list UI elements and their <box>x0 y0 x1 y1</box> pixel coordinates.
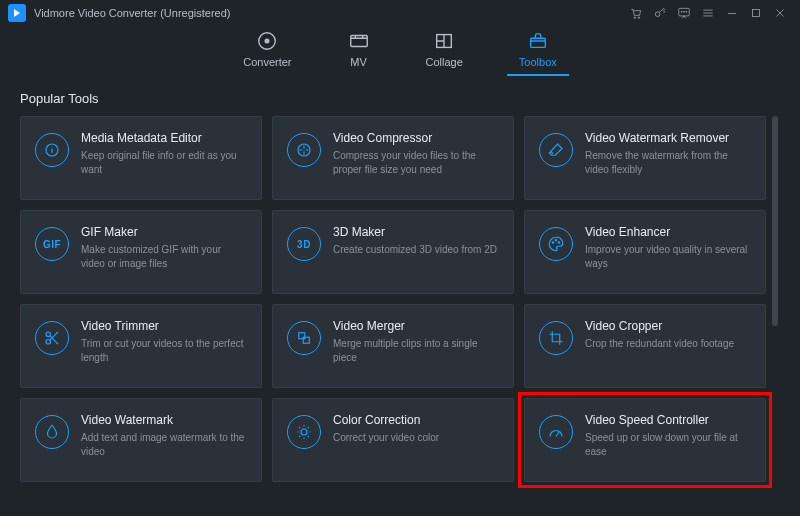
tool-card-title: Video Watermark <box>81 413 247 427</box>
tool-card-desc: Remove the watermark from the video flex… <box>585 149 751 177</box>
info-icon <box>35 133 69 167</box>
mv-icon <box>348 32 370 50</box>
tool-card-body: Media Metadata EditorKeep original file … <box>81 131 247 177</box>
scrollbar-thumb[interactable] <box>772 116 778 326</box>
tab-collage[interactable]: Collage <box>426 32 463 76</box>
svg-point-0 <box>634 17 636 19</box>
tool-card-title: Video Trimmer <box>81 319 247 333</box>
collage-icon <box>433 32 455 50</box>
tool-card-body: Color CorrectionCorrect your video color <box>333 413 499 445</box>
tab-label: MV <box>350 56 367 68</box>
close-icon[interactable] <box>768 1 792 25</box>
tool-card-desc: Improve your video quality in several wa… <box>585 243 751 271</box>
3d-icon: 3D <box>287 227 321 261</box>
tool-card-body: Video TrimmerTrim or cut your videos to … <box>81 319 247 365</box>
tool-card-title: Color Correction <box>333 413 499 427</box>
tool-card-title: Video Compressor <box>333 131 499 145</box>
svg-point-1 <box>638 17 640 19</box>
menu-icon[interactable] <box>696 1 720 25</box>
gif-icon: GIF <box>35 227 69 261</box>
tool-card-body: Video CropperCrop the redundant video fo… <box>585 319 751 351</box>
section-title: Popular Tools <box>20 91 780 106</box>
tool-card-body: GIF MakerMake customized GIF with your v… <box>81 225 247 271</box>
palette-icon <box>539 227 573 261</box>
tool-card-desc: Correct your video color <box>333 431 499 445</box>
tool-card-title: Video Cropper <box>585 319 751 333</box>
svg-point-2 <box>655 12 660 17</box>
tab-toolbox[interactable]: Toolbox <box>519 32 557 76</box>
svg-rect-10 <box>350 36 367 47</box>
tool-card-desc: Trim or cut your videos to the perfect l… <box>81 337 247 365</box>
toolbox-icon <box>527 32 549 50</box>
tool-card-title: 3D Maker <box>333 225 499 239</box>
cart-icon[interactable] <box>624 1 648 25</box>
app-logo <box>8 4 26 22</box>
tool-card-video-watermark[interactable]: Video WatermarkAdd text and image waterm… <box>20 398 262 482</box>
tool-card-desc: Add text and image watermark to the vide… <box>81 431 247 459</box>
tool-card-body: Video MergerMerge multiple clips into a … <box>333 319 499 365</box>
scissors-icon <box>35 321 69 355</box>
tool-card-video-watermark-remover[interactable]: Video Watermark RemoverRemove the waterm… <box>524 116 766 200</box>
tool-card-video-merger[interactable]: Video MergerMerge multiple clips into a … <box>272 304 514 388</box>
tool-grid: Media Metadata EditorKeep original file … <box>20 116 780 482</box>
tool-card-title: Media Metadata Editor <box>81 131 247 145</box>
titlebar: Vidmore Video Converter (Unregistered) <box>0 0 800 26</box>
drop-icon <box>35 415 69 449</box>
tool-card-desc: Speed up or slow down your file at ease <box>585 431 751 459</box>
svg-point-4 <box>681 11 682 12</box>
tab-label: Collage <box>426 56 463 68</box>
converter-icon <box>256 32 278 50</box>
tool-card-video-speed-controller[interactable]: Video Speed ControllerSpeed up or slow d… <box>524 398 766 482</box>
tab-label: Toolbox <box>519 56 557 68</box>
tool-card-desc: Create customized 3D video from 2D <box>333 243 499 257</box>
svg-point-5 <box>684 11 685 12</box>
tool-card-video-cropper[interactable]: Video CropperCrop the redundant video fo… <box>524 304 766 388</box>
gauge-icon <box>539 415 573 449</box>
tool-card-body: Video WatermarkAdd text and image waterm… <box>81 413 247 459</box>
tool-card-media-metadata-editor[interactable]: Media Metadata EditorKeep original file … <box>20 116 262 200</box>
tool-card-desc: Compress your video files to the proper … <box>333 149 499 177</box>
tool-card-body: Video EnhancerImprove your video quality… <box>585 225 751 271</box>
toolbox-section: Popular Tools Media Metadata EditorKeep … <box>0 77 800 482</box>
tool-card-desc: Merge multiple clips into a single piece <box>333 337 499 365</box>
svg-rect-12 <box>530 38 545 47</box>
tool-card-body: Video Watermark RemoverRemove the waterm… <box>585 131 751 177</box>
eraser-icon <box>539 133 573 167</box>
tool-card-video-compressor[interactable]: Video CompressorCompress your video file… <box>272 116 514 200</box>
tool-card-video-trimmer[interactable]: Video TrimmerTrim or cut your videos to … <box>20 304 262 388</box>
tab-mv[interactable]: MV <box>348 32 370 76</box>
key-icon[interactable] <box>648 1 672 25</box>
top-nav: Converter MV Collage Toolbox <box>0 26 800 77</box>
tab-converter[interactable]: Converter <box>243 32 291 76</box>
tool-card-title: GIF Maker <box>81 225 247 239</box>
tool-card-desc: Keep original file info or edit as you w… <box>81 149 247 177</box>
crop-icon <box>539 321 573 355</box>
maximize-icon[interactable] <box>744 1 768 25</box>
svg-point-9 <box>266 39 270 43</box>
tool-card-desc: Crop the redundant video footage <box>585 337 751 351</box>
tool-card-body: Video CompressorCompress your video file… <box>333 131 499 177</box>
tool-card-title: Video Watermark Remover <box>585 131 751 145</box>
merge-icon <box>287 321 321 355</box>
tab-label: Converter <box>243 56 291 68</box>
tool-card-desc: Make customized GIF with your video or i… <box>81 243 247 271</box>
feedback-icon[interactable] <box>672 1 696 25</box>
window-title: Vidmore Video Converter (Unregistered) <box>34 7 230 19</box>
svg-rect-7 <box>753 10 760 17</box>
tool-card-title: Video Enhancer <box>585 225 751 239</box>
compress-icon <box>287 133 321 167</box>
tool-card-title: Video Speed Controller <box>585 413 751 427</box>
minimize-icon[interactable] <box>720 1 744 25</box>
sun-icon <box>287 415 321 449</box>
tool-card-video-enhancer[interactable]: Video EnhancerImprove your video quality… <box>524 210 766 294</box>
tool-card-body: 3D MakerCreate customized 3D video from … <box>333 225 499 257</box>
tool-card-color-correction[interactable]: Color CorrectionCorrect your video color <box>272 398 514 482</box>
tool-card-3d-maker[interactable]: 3D3D MakerCreate customized 3D video fro… <box>272 210 514 294</box>
tool-card-body: Video Speed ControllerSpeed up or slow d… <box>585 413 751 459</box>
scrollbar[interactable] <box>772 116 778 482</box>
tool-card-gif-maker[interactable]: GIFGIF MakerMake customized GIF with you… <box>20 210 262 294</box>
tool-card-title: Video Merger <box>333 319 499 333</box>
svg-point-6 <box>686 11 687 12</box>
